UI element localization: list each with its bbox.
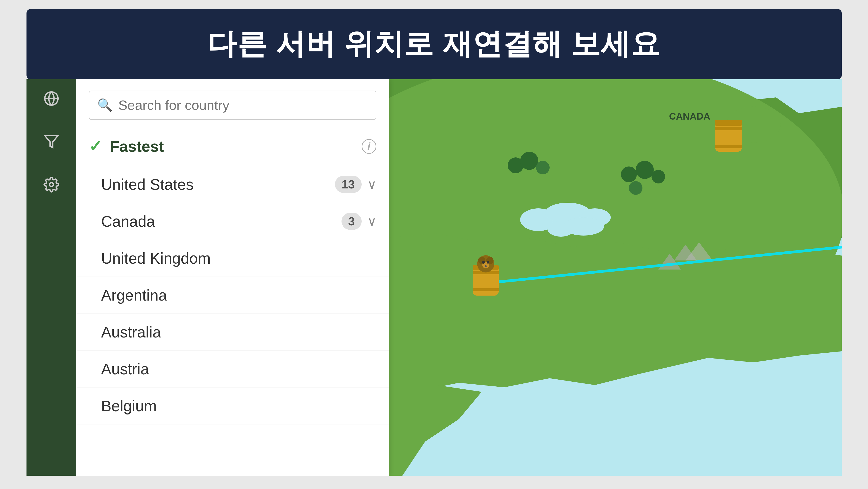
search-box: 🔍: [89, 91, 376, 120]
server-count-badge: 3: [341, 213, 362, 230]
svg-rect-25: [715, 127, 742, 130]
svg-marker-2: [44, 136, 58, 148]
dropdown-panel: 🔍 ✓ Fastest i United States 13 ∨: [76, 79, 389, 476]
svg-point-15: [621, 166, 637, 182]
search-icon: 🔍: [97, 98, 113, 113]
country-name: Canada: [101, 212, 341, 230]
svg-point-20: [520, 152, 538, 170]
canada-label: CANADA: [669, 111, 710, 122]
country-name: Belgium: [101, 397, 376, 415]
fastest-label: Fastest: [110, 137, 354, 155]
chevron-down-icon: ∨: [367, 177, 376, 192]
sidebar-item-specialty[interactable]: [39, 129, 64, 154]
search-input[interactable]: [118, 97, 368, 113]
list-item[interactable]: Argentina: [76, 277, 389, 314]
svg-rect-24: [715, 120, 742, 126]
svg-point-36: [487, 261, 489, 264]
country-name: United Kingdom: [101, 249, 376, 267]
map-area: CANADA UNITED STATES 🔍 ✓ Fastest i: [76, 79, 842, 476]
top-banner: 다른 서버 위치로 재연결해 보세요: [27, 9, 842, 79]
svg-rect-30: [473, 288, 499, 291]
checkmark-icon: ✓: [89, 137, 102, 156]
svg-point-35: [482, 261, 485, 264]
list-item[interactable]: Australia: [76, 314, 389, 350]
globe-icon: [43, 91, 59, 106]
main-container: CANADA UNITED STATES 🔍 ✓ Fastest i: [27, 79, 842, 476]
svg-rect-26: [715, 145, 742, 148]
list-item[interactable]: Austria: [76, 350, 389, 388]
search-container: 🔍: [76, 79, 389, 127]
country-list[interactable]: ✓ Fastest i United States 13 ∨ Canada 3 …: [76, 127, 389, 476]
svg-point-17: [652, 170, 665, 183]
list-item[interactable]: Belgium: [76, 388, 389, 424]
sidebar-item-globe[interactable]: [39, 86, 64, 111]
country-name: United States: [101, 176, 335, 193]
sidebar-item-settings[interactable]: [39, 172, 64, 197]
svg-point-3: [50, 183, 54, 187]
country-name: Argentina: [101, 286, 376, 304]
filter-icon: [43, 134, 59, 150]
fastest-row[interactable]: ✓ Fastest i: [76, 127, 389, 166]
country-name: Australia: [101, 323, 376, 341]
list-item[interactable]: United States 13 ∨: [76, 166, 389, 203]
svg-point-21: [536, 161, 550, 174]
svg-point-37: [485, 265, 487, 267]
svg-point-10: [563, 217, 604, 236]
gear-icon: [43, 177, 59, 192]
svg-point-18: [629, 181, 643, 195]
sidebar: [27, 79, 76, 476]
chevron-down-icon: ∨: [367, 214, 376, 228]
list-item[interactable]: Canada 3 ∨: [76, 203, 389, 240]
banner-text: 다른 서버 위치로 재연결해 보세요: [208, 24, 660, 64]
svg-point-16: [636, 161, 654, 179]
country-name: Austria: [101, 360, 376, 378]
info-icon[interactable]: i: [362, 139, 376, 154]
server-count-badge: 13: [335, 176, 362, 193]
list-item[interactable]: United Kingdom: [76, 240, 389, 277]
